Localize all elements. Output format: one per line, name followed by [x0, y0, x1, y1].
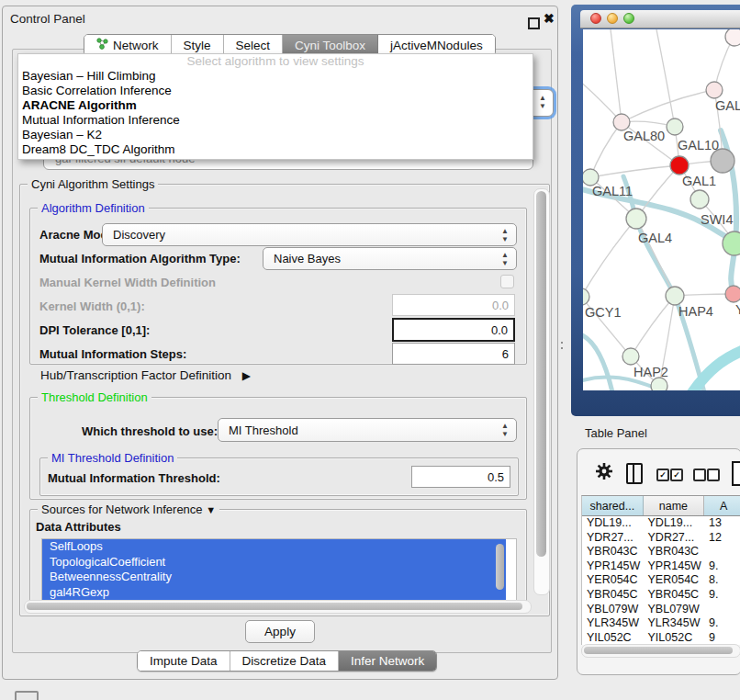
settings-vertical-scrollbar-thumb[interactable]	[536, 191, 546, 557]
table-row[interactable]: YBL079WYBL079W	[582, 603, 740, 617]
mi-algorithm-type-combo[interactable]: Naive Bayes ▲▼	[263, 247, 517, 270]
table-header-row: shared... name A	[582, 496, 740, 516]
algorithm-option-selected[interactable]: ARACNE Algorithm	[18, 98, 533, 113]
algorithm-option[interactable]: Bayesian – K2	[18, 128, 533, 142]
panel-splitter-grip[interactable]	[559, 339, 566, 354]
table-row[interactable]: YIL052CYIL052C9	[582, 631, 740, 645]
manual-kernel-width-label: Manual Kernel Width Definition	[39, 276, 216, 289]
list-item[interactable]: TopologicalCoefficient	[42, 555, 516, 570]
node-hap2[interactable]	[622, 348, 639, 365]
table-horizontal-scrollbar[interactable]	[581, 644, 740, 658]
tab-discretize-data[interactable]: Discretize Data	[230, 651, 340, 671]
dpi-tolerance-field[interactable]: 0.0	[392, 318, 515, 342]
mi-steps-field[interactable]: 6	[392, 343, 515, 365]
minimize-window-icon[interactable]	[607, 13, 618, 24]
algorithm-option[interactable]: Bayesian – Hill Climbing	[18, 69, 533, 84]
table-row[interactable]: YBR043CYBR043C	[582, 545, 740, 559]
algorithm-option[interactable]: Mutual Information Inference	[18, 113, 533, 128]
node-label: GAL4	[638, 231, 672, 245]
table-row[interactable]: YER054CYER054C8.	[582, 573, 740, 588]
node-gal10[interactable]	[667, 119, 683, 135]
node[interactable]	[723, 231, 740, 255]
aracne-mode-value: Discovery	[113, 228, 165, 242]
settings-vertical-scrollbar[interactable]	[533, 188, 550, 595]
control-panel-title: Control Panel	[10, 12, 85, 26]
node-gcy1[interactable]	[583, 288, 589, 305]
expander-down-arrow-icon: ▼	[206, 504, 216, 515]
table-horizontal-scrollbar-thumb[interactable]	[584, 647, 733, 654]
minimized-panel-icon[interactable]	[15, 691, 39, 700]
node-swi4[interactable]	[690, 190, 709, 209]
aracne-mode-combo[interactable]: Discovery ▲▼	[102, 223, 517, 246]
column-header-name[interactable]: name	[644, 496, 705, 515]
select-all-checkbox-icon[interactable]: ✓	[670, 469, 683, 481]
node-label: GAL11	[592, 184, 633, 198]
list-item[interactable]: BetweennessCentrality	[42, 570, 516, 585]
tab-jactivemnodules[interactable]: jActiveMNodules	[378, 35, 495, 55]
node-label: GAL1	[682, 174, 716, 188]
tab-select[interactable]: Select	[224, 35, 284, 55]
deselect-all-checkbox-icon[interactable]	[707, 469, 720, 481]
algorithm-option[interactable]: Dream8 DC_TDC Algorithm	[18, 142, 533, 157]
settings-horizontal-scrollbar-thumb[interactable]	[27, 603, 522, 610]
table-row[interactable]: YLR345WYLR345W9.	[582, 616, 740, 631]
mi-steps-value: 6	[502, 347, 509, 361]
data-attributes-list: SelfLoops TopologicalCoefficient Between…	[41, 538, 517, 602]
column-header-shared-name[interactable]: shared...	[582, 496, 644, 515]
list-scrollbar-thumb[interactable]	[496, 544, 504, 590]
dpi-tolerance-label: DPI Tolerance [0,1]:	[39, 323, 150, 337]
float-window-button[interactable]	[528, 17, 540, 29]
algorithm-option[interactable]: Basic Correlation Inference	[18, 84, 533, 98]
list-item[interactable]: SelfLoops	[42, 539, 516, 555]
settings-horizontal-scrollbar[interactable]	[24, 600, 532, 614]
close-panel-button[interactable]: ✖	[544, 11, 555, 26]
tab-cyni-toolbox[interactable]: Cyni Toolbox	[283, 35, 378, 55]
list-item[interactable]: gal4RGexp	[42, 585, 516, 601]
hub-tf-definition-expander[interactable]: Hub/Transcription Factor Definition ▶	[40, 368, 251, 382]
network-canvas[interactable]: GAL GAL80 GAL10 GAL1 GAL11 SWI4 GAL4 GCY…	[583, 29, 740, 390]
node-label: GCY1	[585, 305, 622, 320]
node-gal1[interactable]	[670, 156, 689, 175]
tab-infer-network[interactable]: Infer Network	[339, 651, 436, 671]
column-header-partial[interactable]: A	[704, 496, 740, 515]
node[interactable]	[706, 82, 723, 98]
hub-tf-definition-label: Hub/Transcription Factor Definition	[40, 368, 231, 382]
manual-kernel-width-checkbox[interactable]	[500, 275, 514, 288]
apply-button[interactable]: Apply	[245, 620, 315, 643]
sources-group: Sources for Network Inference ▼ Data Att…	[29, 509, 527, 604]
node-label: GAL80	[623, 129, 665, 143]
node[interactable]	[651, 378, 667, 390]
node[interactable]	[725, 286, 740, 302]
which-threshold-label: Which threshold to use:	[82, 424, 218, 438]
table-row[interactable]: YPR145WYPR145W9.	[582, 559, 740, 574]
node-label: HAP2	[633, 365, 668, 379]
mi-threshold-definition-group: MI Threshold Definition Mutual Informati…	[39, 457, 519, 496]
table-settings-gear-icon[interactable]	[594, 461, 614, 484]
table-row[interactable]: YDR27...YDR27...12	[582, 531, 740, 546]
network-window-titlebar[interactable]	[580, 10, 740, 28]
algorithm-definition-title: Algorithm Definition	[38, 201, 149, 215]
close-window-icon[interactable]	[590, 13, 601, 24]
tab-style[interactable]: Style	[172, 35, 224, 55]
cyni-algorithm-settings-group: Cyni Algorithm Settings Algorithm Defini…	[19, 184, 550, 616]
mi-threshold-field[interactable]: 0.5	[411, 466, 510, 488]
node[interactable]	[725, 29, 740, 46]
node-gal4[interactable]	[626, 209, 646, 229]
kernel-width-field[interactable]: 0.0	[392, 294, 515, 316]
tab-impute-data[interactable]: Impute Data	[138, 651, 230, 671]
node-hap4[interactable]	[666, 287, 684, 305]
mi-steps-label: Mutual Information Steps:	[39, 347, 186, 361]
application-root: Control Panel ✖ Network Style	[0, 0, 740, 700]
zoom-window-icon[interactable]	[623, 13, 634, 24]
show-columns-icon[interactable]	[626, 463, 643, 484]
table-row[interactable]: YDL19...YDL19...13	[582, 516, 740, 531]
export-table-icon[interactable]	[732, 461, 740, 486]
deselect-all-checkbox-icon[interactable]	[693, 469, 706, 481]
select-all-checkbox-icon[interactable]: ✓	[656, 469, 669, 481]
mi-threshold-value: 0.5	[488, 470, 504, 484]
table-row[interactable]: YBR045CYBR045C9.	[582, 588, 740, 603]
which-threshold-combo[interactable]: MI Threshold ▲▼	[218, 418, 517, 442]
tab-network[interactable]: Network	[84, 35, 172, 55]
sources-group-title: Sources for Network Inference ▼	[38, 502, 219, 516]
cyni-bottom-tabbar: Impute Data Discretize Data Infer Networ…	[137, 650, 437, 672]
